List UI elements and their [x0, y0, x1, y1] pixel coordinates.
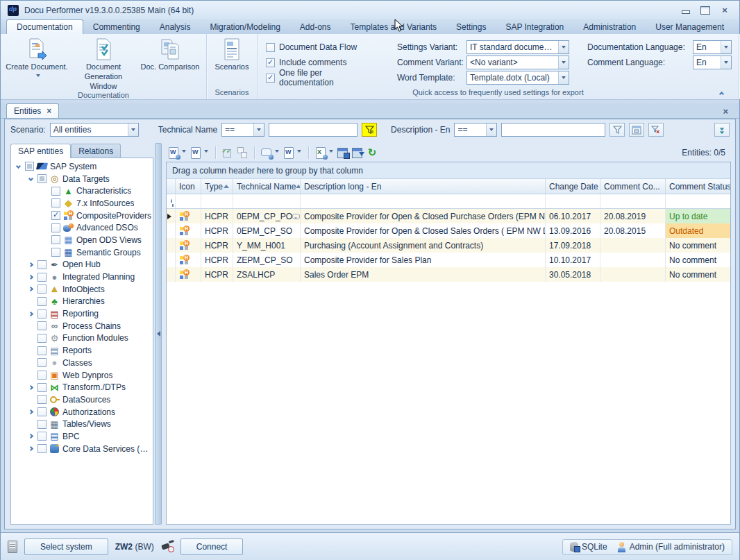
checkbox-icon[interactable] — [266, 43, 275, 52]
restore-button[interactable] — [700, 6, 710, 15]
check-all-icon[interactable] — [221, 146, 234, 159]
description-filter-button[interactable] — [609, 123, 625, 137]
technical-name-operator-select[interactable]: == — [221, 123, 264, 137]
tree-checkbox[interactable] — [51, 198, 60, 207]
scenarios-button[interactable]: Scenarios — [210, 35, 254, 71]
column-header-technical-name[interactable]: Technical Name — [233, 179, 301, 194]
tab-sap-entities[interactable]: SAP entities — [10, 144, 71, 158]
panel-close-icon[interactable]: × — [723, 106, 728, 117]
column-header-icon[interactable]: Icon — [176, 179, 201, 194]
minimize-button[interactable] — [681, 6, 691, 15]
tree-checkbox-mixed[interactable] — [37, 174, 47, 183]
filter-cell[interactable] — [176, 194, 201, 208]
filter-options-button[interactable] — [714, 123, 730, 137]
word-template-select[interactable]: Template.dotx (Local) — [466, 71, 569, 85]
pane-splitter[interactable] — [155, 143, 162, 525]
tab-migration-modeling[interactable]: Migration/Modeling — [200, 20, 289, 34]
tree-item-sap-system[interactable]: SAP System — [11, 160, 153, 173]
table-row[interactable]: HCPR Y_MM_H001 Purchasing (Account Assig… — [167, 238, 730, 253]
tree-item-hierarchies[interactable]: ♣ Hierarchies — [11, 296, 153, 308]
tab-administration[interactable]: Administration — [573, 20, 646, 34]
tab-sap-integration[interactable]: SAP Integration — [496, 20, 573, 34]
technical-name-filter-button[interactable] — [362, 123, 377, 137]
tree-item-advanced-dsos[interactable]: Advanced DSOs — [11, 221, 153, 234]
refresh-icon[interactable]: ↻ — [366, 146, 378, 159]
filter-cell[interactable] — [301, 194, 546, 208]
chevron-down-icon[interactable] — [558, 41, 569, 53]
filter-cell[interactable] — [600, 194, 666, 208]
tab-add-ons[interactable]: Add-ons — [290, 20, 341, 34]
tree-checkbox[interactable] — [37, 432, 47, 441]
tree-item-classes[interactable]: ● Classes — [11, 357, 153, 369]
tree-item-authorizations[interactable]: Authorizations — [11, 406, 153, 418]
tab-analysis[interactable]: Analysis — [150, 20, 201, 34]
chevron-down-icon[interactable] — [275, 150, 279, 155]
technical-name-filter-input[interactable] — [269, 123, 358, 137]
checkbox-checked-icon[interactable] — [266, 58, 275, 67]
checkbox-checked-icon[interactable] — [266, 74, 275, 83]
tab-templates-variants[interactable]: Templates and Variants — [341, 20, 447, 34]
select-system-button[interactable]: Select system — [24, 538, 108, 555]
tree-checkbox[interactable] — [37, 297, 47, 306]
tree-item-integrated-planning[interactable]: ● Integrated Planning — [11, 271, 153, 283]
group-by-panel[interactable]: Drag a column header here to group by th… — [167, 162, 730, 179]
tree-item-open-hub[interactable]: ✒ Open Hub — [11, 259, 153, 271]
table-row[interactable]: HCPR 0EPM_CP_SO Composite Provider for O… — [167, 223, 730, 238]
tree-checkbox[interactable] — [51, 187, 60, 196]
chevron-down-icon[interactable] — [253, 124, 264, 136]
tree-checkbox[interactable] — [37, 285, 47, 294]
table-row[interactable]: HCPR 0EPM_CP_PO Composite Provider for O… — [167, 209, 730, 223]
description-operator-select[interactable]: == — [454, 123, 497, 137]
tree-checkbox[interactable] — [37, 371, 47, 380]
export-excel-icon[interactable] — [314, 146, 327, 159]
chevron-down-icon[interactable] — [721, 41, 731, 53]
tree-checkbox-mixed[interactable] — [25, 162, 34, 171]
tree-item-data-targets[interactable]: ◎ Data Targets — [11, 173, 153, 185]
tree-checkbox[interactable] — [37, 420, 47, 429]
chevron-down-icon[interactable] — [558, 56, 569, 69]
tree-item-bpc[interactable]: ▤ BPC — [11, 430, 153, 443]
tab-settings[interactable]: Settings — [446, 20, 496, 34]
comment-to-word-icon[interactable] — [283, 146, 295, 159]
table-row[interactable]: HCPR ZSALHCP Sales Order EPM 30.05.2018 … — [167, 267, 730, 282]
tree-checkbox[interactable] — [37, 407, 47, 416]
tree-item-function-modules[interactable]: ⚙ Function Modules — [11, 332, 153, 345]
tab-documentation[interactable]: Documentation — [6, 19, 83, 34]
filter-cell[interactable] — [546, 194, 600, 208]
document-generation-window-button[interactable]: Document Generation Window — [70, 35, 137, 91]
column-header-comment-status[interactable]: Comment Status — [666, 179, 730, 194]
tree-item-datasources[interactable]: DataSources — [11, 393, 153, 406]
tab-relations[interactable]: Relations — [71, 144, 121, 158]
tree-checkbox-checked[interactable] — [51, 211, 60, 220]
settings-variant-select[interactable]: IT standard documen... — [466, 40, 569, 54]
tree-checkbox[interactable] — [37, 383, 47, 392]
column-header-type[interactable]: Type — [201, 179, 233, 194]
document-data-flow-checkbox[interactable]: Document Data Flow — [266, 40, 379, 55]
tree-item-open-ods-views[interactable]: ▦ Open ODS Views — [11, 234, 153, 246]
filter-cell[interactable] — [666, 194, 730, 208]
tree-checkbox[interactable] — [51, 223, 60, 232]
tree-checkbox[interactable] — [37, 260, 47, 269]
entities-tab-close-icon[interactable]: × — [47, 108, 51, 114]
load-grid-layout-icon[interactable] — [351, 146, 364, 159]
tree-checkbox[interactable] — [37, 395, 47, 404]
tree-checkbox[interactable] — [51, 235, 60, 244]
column-header-comment-count[interactable]: Comment Co... — [600, 179, 666, 194]
chevron-down-icon[interactable] — [721, 56, 731, 69]
tree-checkbox[interactable] — [51, 248, 60, 257]
tree-item-web-dynpros[interactable]: ▣ Web Dynpros — [11, 369, 153, 382]
clear-filter-button[interactable]: × — [648, 123, 664, 137]
doc-comparison-button[interactable]: Doc. Comparison — [137, 35, 203, 71]
tree-item-characteristics[interactable]: ▲ Characteristics — [11, 185, 153, 197]
tab-user-management[interactable]: User Management — [646, 20, 734, 34]
filter-editor-button[interactable] — [629, 123, 644, 137]
column-header-description[interactable]: Description long - En — [301, 179, 546, 194]
tree-item-tables-views[interactable]: ▦ Tables/Views — [11, 418, 153, 430]
tree-item-infosources[interactable]: ◆ 7.x InfoSources — [11, 197, 153, 210]
chevron-down-icon[interactable] — [128, 124, 138, 136]
table-row[interactable]: HCPR ZEPM_CP_SO Composite Provider for S… — [167, 253, 730, 267]
tree-item-composite-providers[interactable]: CompositeProviders — [11, 210, 153, 222]
close-button[interactable]: × — [720, 6, 730, 15]
entities-tab[interactable]: Entities × — [6, 103, 59, 118]
description-filter-input[interactable] — [501, 123, 605, 137]
